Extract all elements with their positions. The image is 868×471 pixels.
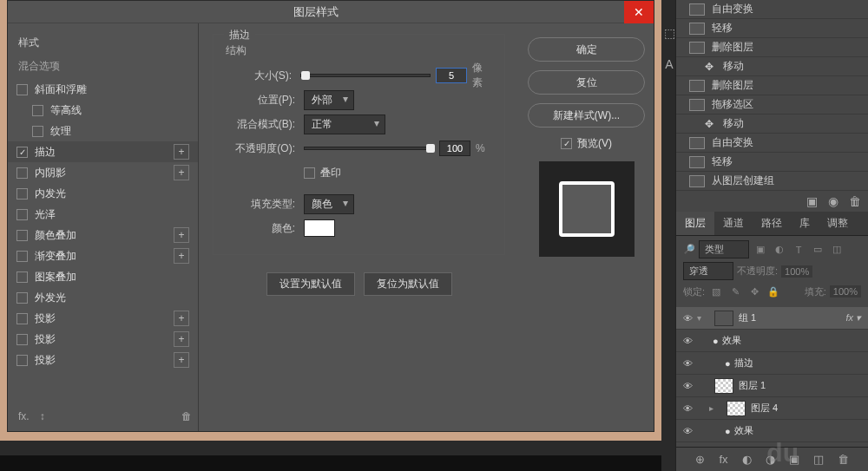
fill-type-select[interactable]: 颜色	[304, 194, 354, 214]
overprint-checkbox[interactable]: 叠印	[304, 166, 341, 180]
layer-row[interactable]: 👁● 描边	[676, 352, 868, 375]
preview-check-box[interactable]	[561, 138, 572, 149]
style-checkbox[interactable]	[16, 251, 28, 262]
add-effect-button[interactable]: +	[174, 144, 189, 160]
blend-options[interactable]: 混合选项	[8, 56, 198, 79]
chevron-icon[interactable]: ▸	[709, 403, 721, 413]
visibility-icon[interactable]: 👁	[683, 358, 697, 369]
history-item[interactable]: 删除图层	[676, 76, 868, 95]
cancel-button[interactable]: 复位	[528, 70, 645, 95]
add-effect-button[interactable]: +	[174, 331, 189, 347]
layer-row[interactable]: 👁图层 1	[676, 375, 868, 397]
style-item[interactable]: 投影+	[8, 329, 198, 350]
history-item[interactable]: 拖移选区	[676, 95, 868, 114]
style-checkbox[interactable]	[16, 355, 28, 366]
reset-default-button[interactable]: 复位为默认值	[364, 272, 452, 296]
mask-icon[interactable]: ◐	[742, 453, 752, 466]
close-button[interactable]: ✕	[624, 1, 654, 23]
history-item[interactable]: 轻移	[676, 153, 868, 172]
style-item[interactable]: 外发光	[8, 287, 198, 308]
add-effect-button[interactable]: +	[174, 248, 189, 264]
add-effect-button[interactable]: +	[174, 165, 189, 180]
type-filter-select[interactable]: 类型	[699, 240, 749, 258]
add-effect-button[interactable]: +	[174, 311, 189, 326]
style-checkbox[interactable]	[16, 147, 28, 158]
style-checkbox[interactable]	[16, 271, 28, 283]
trash-icon[interactable]: 🗑	[849, 194, 861, 208]
lock-move-icon[interactable]: ✥	[746, 284, 762, 299]
history-item[interactable]: ✥移动	[676, 114, 868, 134]
opacity-value[interactable]: 100%	[781, 265, 812, 278]
filter-smart-icon[interactable]: ◫	[829, 242, 845, 258]
visibility-icon[interactable]: 👁	[683, 426, 697, 436]
ok-button[interactable]: 确定	[528, 37, 645, 62]
filter-type-icon[interactable]: 🔎	[683, 244, 695, 255]
visibility-icon[interactable]: 👁	[683, 381, 697, 391]
preview-checkbox[interactable]: 预览(V)	[528, 136, 645, 151]
lock-pixels-icon[interactable]: ▧	[708, 284, 724, 299]
style-item[interactable]: 斜面和浮雕	[8, 79, 198, 100]
style-item[interactable]: 光泽	[8, 204, 198, 225]
size-input[interactable]	[436, 68, 467, 83]
style-item[interactable]: 描边+	[8, 141, 198, 162]
filter-shape-icon[interactable]: ▭	[810, 242, 825, 258]
opacity-slider[interactable]	[304, 147, 434, 150]
style-checkbox[interactable]	[16, 292, 28, 304]
history-item[interactable]: 轻移	[676, 19, 868, 38]
fx-label[interactable]: fx.	[18, 410, 30, 422]
style-item[interactable]: 渐变叠加+	[8, 245, 198, 266]
new-style-button[interactable]: 新建样式(W)...	[528, 103, 645, 128]
style-checkbox[interactable]	[16, 84, 28, 95]
fill-value[interactable]: 100%	[830, 285, 861, 298]
position-select[interactable]: 外部	[304, 90, 354, 110]
style-item[interactable]: 内发光	[8, 183, 198, 204]
visibility-icon[interactable]: 👁	[683, 313, 697, 324]
style-checkbox[interactable]	[16, 230, 28, 241]
visibility-icon[interactable]: 👁	[683, 336, 697, 346]
style-checkbox[interactable]	[32, 126, 43, 137]
link-icon[interactable]: ⊕	[695, 453, 705, 466]
style-checkbox[interactable]	[32, 105, 43, 116]
set-default-button[interactable]: 设置为默认值	[266, 272, 355, 296]
dialog-titlebar[interactable]: 图层样式 ✕	[8, 1, 654, 23]
style-item[interactable]: 投影+	[8, 350, 198, 370]
new-layer-icon[interactable]: ◫	[813, 453, 824, 466]
style-item[interactable]: 投影+	[8, 308, 198, 329]
style-checkbox[interactable]	[16, 313, 28, 324]
camera-icon[interactable]: ◉	[828, 194, 838, 208]
fx-icon[interactable]: fx	[719, 453, 727, 466]
style-checkbox[interactable]	[16, 188, 28, 200]
style-checkbox[interactable]	[16, 334, 28, 345]
filter-adjust-icon[interactable]: ◐	[772, 242, 787, 258]
add-effect-button[interactable]: +	[174, 227, 189, 243]
cube-icon[interactable]: ⬚	[661, 26, 677, 40]
up-down-icon[interactable]: ↕	[40, 410, 45, 422]
color-swatch[interactable]	[304, 219, 335, 237]
new-snapshot-icon[interactable]: ▣	[806, 194, 818, 208]
layers-tab[interactable]: 调整	[819, 212, 857, 235]
layers-tab[interactable]: 通道	[714, 212, 753, 235]
layer-row[interactable]: 👁▾组 1fx ▾	[676, 307, 868, 330]
history-item[interactable]: 删除图层	[676, 38, 868, 57]
overprint-box[interactable]	[304, 167, 315, 179]
lock-brush-icon[interactable]: ✎	[727, 284, 743, 299]
history-item[interactable]: 自由变换	[676, 0, 868, 19]
lock-all-icon[interactable]: 🔒	[766, 284, 781, 299]
layer-row[interactable]: 👁▸图层 4	[676, 397, 868, 420]
fx-indicator[interactable]: fx ▾	[845, 312, 861, 324]
filter-image-icon[interactable]: ▣	[753, 242, 768, 258]
styles-header[interactable]: 样式	[8, 30, 198, 56]
history-item[interactable]: ✥移动	[676, 57, 868, 76]
layers-tab[interactable]: 路径	[753, 212, 791, 235]
blend-mode-select[interactable]: 正常	[304, 114, 385, 134]
layers-tab[interactable]: 库	[791, 212, 819, 235]
visibility-icon[interactable]: 👁	[683, 403, 697, 414]
chevron-icon[interactable]: ▾	[697, 313, 709, 323]
size-slider[interactable]	[300, 74, 431, 77]
style-item[interactable]: 内阴影+	[8, 162, 198, 183]
opacity-input[interactable]	[439, 141, 470, 156]
history-item[interactable]: 自由变换	[676, 134, 868, 153]
style-item[interactable]: 纹理	[8, 121, 198, 141]
style-item[interactable]: 颜色叠加+	[8, 225, 198, 245]
add-effect-button[interactable]: +	[174, 352, 189, 368]
